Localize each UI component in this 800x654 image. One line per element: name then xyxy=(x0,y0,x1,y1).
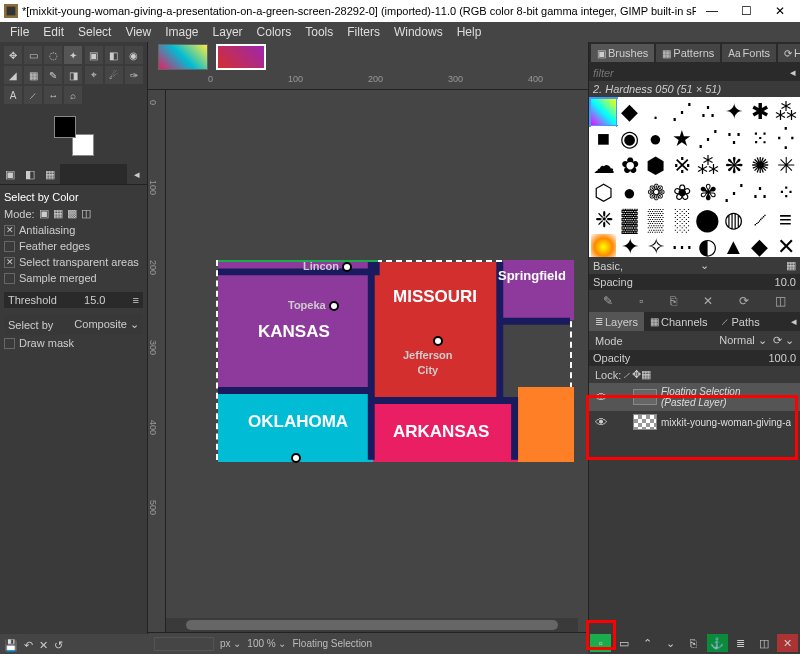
mode-subtract-icon[interactable]: ▩ xyxy=(67,207,77,220)
menu-help[interactable]: Help xyxy=(451,23,488,41)
tool-brush[interactable]: ✎ xyxy=(44,66,62,84)
tool-crop[interactable]: ▣ xyxy=(85,46,103,64)
menu-filters[interactable]: Filters xyxy=(341,23,386,41)
dup-brush-icon[interactable]: ⎘ xyxy=(670,294,677,308)
document-thumb-1[interactable] xyxy=(158,44,208,70)
tool-move[interactable]: ✥ xyxy=(4,46,22,64)
raise-layer-button[interactable]: ⌃ xyxy=(637,634,658,652)
tool-gradient[interactable]: ▦ xyxy=(24,66,42,84)
brush-grid[interactable]: ◆.⋰∴✦✱⁂ ■◉●★⋰∵⁙⁛ ☁✿⬢※⁂❋✺✳ ⬡●❁❀✾⋰∴⁘ ❈▓▒░⬤… xyxy=(589,97,800,257)
tool-bucket[interactable]: ◢ xyxy=(4,66,22,84)
tab-paths[interactable]: ⟋ Paths xyxy=(714,312,766,331)
mode-intersect-icon[interactable]: ◫ xyxy=(81,207,91,220)
transparent-checkbox[interactable]: ✕ xyxy=(4,257,15,268)
tool-warp[interactable]: ◉ xyxy=(125,46,143,64)
brush-grid-icon[interactable]: ▦ xyxy=(786,259,796,272)
menu-tools[interactable]: Tools xyxy=(299,23,339,41)
maximize-button[interactable]: ☐ xyxy=(730,2,762,20)
restore-preset-icon[interactable]: ↶ xyxy=(24,639,33,652)
menu-view[interactable]: View xyxy=(119,23,157,41)
save-preset-icon[interactable]: 💾 xyxy=(4,639,18,652)
document-thumb-2[interactable] xyxy=(216,44,266,70)
tool-rect-select[interactable]: ▭ xyxy=(24,46,42,64)
feather-checkbox[interactable] xyxy=(4,241,15,252)
lower-layer-button[interactable]: ⌄ xyxy=(660,634,681,652)
tab-brushes[interactable]: ▣ Brushes xyxy=(591,44,654,62)
devices-tab[interactable]: ◧ xyxy=(20,164,40,184)
zoom-select[interactable]: 100 % ⌄ xyxy=(247,638,286,649)
tool-text[interactable]: A xyxy=(4,86,22,104)
menu-file[interactable]: File xyxy=(4,23,35,41)
canvas[interactable]: Lincon KANSAS Topeka MISSOURI JeffersonC… xyxy=(166,90,588,634)
spacing-value[interactable]: 10.0 xyxy=(775,276,796,288)
tool-transform[interactable]: ◧ xyxy=(105,46,123,64)
new-brush-icon[interactable]: ▫ xyxy=(639,294,643,308)
lock-pos-icon[interactable]: ✥ xyxy=(632,368,641,381)
fg-color[interactable] xyxy=(54,116,76,138)
tab-layers[interactable]: ≣ Layers xyxy=(589,312,644,331)
reset-preset-icon[interactable]: ↺ xyxy=(54,639,63,652)
drawmask-checkbox[interactable] xyxy=(4,338,15,349)
tool-smudge[interactable]: ☄ xyxy=(105,66,123,84)
opacity-value[interactable]: 100.0 xyxy=(768,352,796,364)
tool-measure[interactable]: ↔ xyxy=(44,86,62,104)
color-swatches[interactable] xyxy=(54,116,94,156)
panel-menu-icon[interactable]: ◂ xyxy=(127,164,147,184)
tab-patterns[interactable]: ▦ Patterns xyxy=(656,44,720,62)
tool-fuzzy-select[interactable]: ✦ xyxy=(64,46,82,64)
del-brush-icon[interactable]: ✕ xyxy=(703,294,713,308)
tool-free-select[interactable]: ◌ xyxy=(44,46,62,64)
tool-eraser[interactable]: ◨ xyxy=(64,66,82,84)
lock-pixels-icon[interactable]: ⟋ xyxy=(621,369,632,381)
tool-zoom[interactable]: ⌕ xyxy=(64,86,82,104)
new-layer-button[interactable]: ▫ xyxy=(590,634,611,652)
horizontal-scrollbar[interactable] xyxy=(166,618,578,632)
tool-picker[interactable]: ⟋ xyxy=(24,86,42,104)
menu-edit[interactable]: Edit xyxy=(37,23,70,41)
eye-icon[interactable]: 👁 xyxy=(593,390,609,405)
panel-menu-icon[interactable]: ◂ xyxy=(788,312,800,331)
layer-group-button[interactable]: ▭ xyxy=(613,634,634,652)
selectby-value[interactable]: Composite xyxy=(74,318,127,330)
eye-icon[interactable]: 👁 xyxy=(593,415,609,430)
brush-preset-basic[interactable]: Basic, xyxy=(593,260,623,272)
merge-layer-button[interactable]: ≣ xyxy=(730,634,751,652)
chevron-down-icon[interactable]: ⌄ xyxy=(700,259,709,272)
layer-base[interactable]: 👁 mixkit-young-woman-giving-a xyxy=(589,411,800,433)
filter-menu-icon[interactable]: ◂ xyxy=(790,66,796,79)
chevron-down-icon[interactable]: ⌄ xyxy=(130,318,139,330)
mode-add-icon[interactable]: ▦ xyxy=(53,207,63,220)
delete-preset-icon[interactable]: ✕ xyxy=(39,639,48,652)
menu-select[interactable]: Select xyxy=(72,23,117,41)
open-brush-icon[interactable]: ◫ xyxy=(775,294,786,308)
mask-layer-button[interactable]: ◫ xyxy=(753,634,774,652)
close-button[interactable]: ✕ xyxy=(764,2,796,20)
tab-history[interactable]: ⟳ History xyxy=(778,44,800,62)
tab-fonts[interactable]: Aa Fonts xyxy=(722,44,776,62)
tab-channels[interactable]: ▦ Channels xyxy=(644,312,713,331)
lock-alpha-icon[interactable]: ▦ xyxy=(641,368,651,381)
antialias-checkbox[interactable]: ✕ xyxy=(4,225,15,236)
dup-layer-button[interactable]: ⎘ xyxy=(683,634,704,652)
tool-options-tab[interactable]: ▣ xyxy=(0,164,20,184)
mode-value[interactable]: Normal xyxy=(719,334,754,346)
threshold-stepper[interactable]: ≡ xyxy=(133,294,139,306)
edit-brush-icon[interactable]: ✎ xyxy=(603,294,613,308)
brush-filter-input[interactable] xyxy=(593,67,790,79)
sample-checkbox[interactable] xyxy=(4,273,15,284)
delete-layer-button[interactable]: ✕ xyxy=(777,634,798,652)
tool-path[interactable]: ✑ xyxy=(125,66,143,84)
mode-replace-icon[interactable]: ▣ xyxy=(39,207,49,220)
minimize-button[interactable]: — xyxy=(696,2,728,20)
tool-clone[interactable]: ⌖ xyxy=(85,66,103,84)
threshold-value[interactable]: 15.0 xyxy=(84,294,105,306)
layer-floating-selection[interactable]: 👁 Floating Selection(Pasted Layer) xyxy=(589,383,800,411)
images-tab[interactable]: ▦ xyxy=(40,164,60,184)
menu-colors[interactable]: Colors xyxy=(251,23,298,41)
menu-image[interactable]: Image xyxy=(159,23,204,41)
anchor-layer-button[interactable]: ⚓ xyxy=(707,634,728,652)
menu-windows[interactable]: Windows xyxy=(388,23,449,41)
unit-select[interactable]: px ⌄ xyxy=(220,638,241,649)
refresh-brush-icon[interactable]: ⟳ xyxy=(739,294,749,308)
menu-layer[interactable]: Layer xyxy=(207,23,249,41)
